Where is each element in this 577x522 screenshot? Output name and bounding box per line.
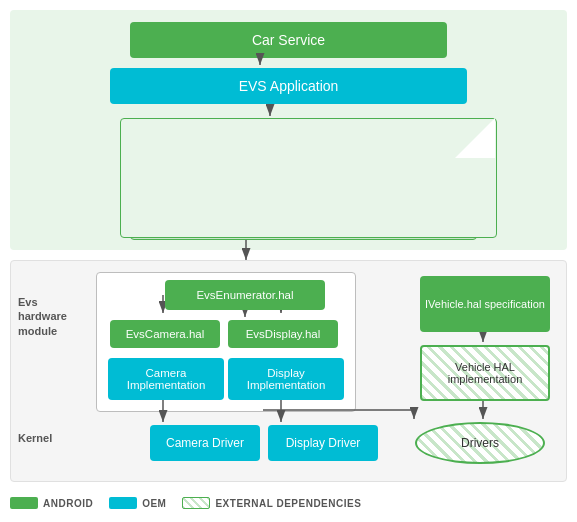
vehicle-hal-impl-label: Vehicle HAL implementation xyxy=(422,361,548,385)
evs-display-hal-bottom-label: EvsDisplay.hal xyxy=(246,328,321,340)
display-implementation-label: Display Implementation xyxy=(228,367,344,391)
legend-oem: OEM xyxy=(109,497,166,509)
hal-bg xyxy=(120,118,497,238)
camera-implementation-block: Camera Implementation xyxy=(108,358,224,400)
evs-application-label: EVS Application xyxy=(239,78,339,94)
display-driver-label: Display Driver xyxy=(286,436,361,450)
camera-implementation-label: Camera Implementation xyxy=(108,367,224,391)
legend-ext-box xyxy=(182,497,210,509)
car-service-block: Car Service xyxy=(130,22,447,58)
diagram-container: Car Service EVS Application EvsEnumerato… xyxy=(0,0,577,522)
evs-application-block: EVS Application xyxy=(110,68,467,104)
ivehicle-spec-block: IVehicle.hal specification xyxy=(420,276,550,332)
drivers-oval-label: Drivers xyxy=(461,436,499,450)
display-driver-block: Display Driver xyxy=(268,425,378,461)
camera-driver-block: Camera Driver xyxy=(150,425,260,461)
evs-display-hal-bottom-block: EvsDisplay.hal xyxy=(228,320,338,348)
legend: ANDROID OEM EXTERNAL DEPENDENCIES xyxy=(10,488,567,518)
legend-android-label: ANDROID xyxy=(43,498,93,509)
display-implementation-block: Display Implementation xyxy=(228,358,344,400)
evs-camera-hal-bottom-block: EvsCamera.hal xyxy=(110,320,220,348)
legend-ext-label: EXTERNAL DEPENDENCIES xyxy=(215,498,361,509)
evs-hw-label: Evs hardware module xyxy=(18,295,88,338)
camera-driver-label: Camera Driver xyxy=(166,436,244,450)
car-service-label: Car Service xyxy=(252,32,325,48)
legend-ext: EXTERNAL DEPENDENCIES xyxy=(182,497,361,509)
legend-android: ANDROID xyxy=(10,497,93,509)
legend-oem-box xyxy=(109,497,137,509)
evs-enumerator-bottom-label: EvsEnumerator.hal xyxy=(196,289,293,301)
ivehicle-spec-label: IVehicle.hal specification xyxy=(425,298,545,310)
legend-android-box xyxy=(10,497,38,509)
vehicle-hal-impl-block: Vehicle HAL implementation xyxy=(420,345,550,401)
drivers-oval-block: Drivers xyxy=(415,422,545,464)
evs-camera-hal-bottom-label: EvsCamera.hal xyxy=(126,328,205,340)
evs-enumerator-bottom-block: EvsEnumerator.hal xyxy=(165,280,325,310)
kernel-label: Kernel xyxy=(18,432,52,444)
legend-oem-label: OEM xyxy=(142,498,166,509)
